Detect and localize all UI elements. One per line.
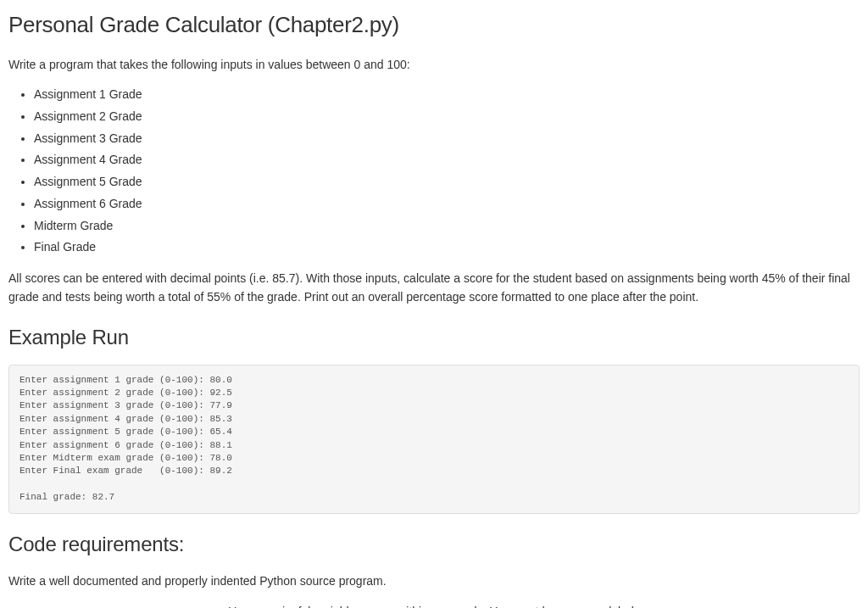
example-heading: Example Run: [8, 322, 860, 353]
list-item: Assignment 5 Grade: [34, 173, 860, 192]
list-item: Midterm Grade: [34, 217, 860, 236]
list-item: Assignment 2 Grade: [34, 108, 860, 126]
list-item: Assignment 6 Grade: [34, 195, 860, 214]
example-run-block: Enter assignment 1 grade (0-100): 80.0 E…: [8, 365, 860, 514]
description-text: All scores can be entered with decimal p…: [8, 269, 860, 307]
page-title: Personal Grade Calculator (Chapter2.py): [8, 8, 860, 42]
inputs-list: Assignment 1 Grade Assignment 2 Grade As…: [24, 86, 860, 257]
list-item: Assignment 3 Grade: [34, 130, 860, 148]
list-item: Final Grade: [34, 238, 860, 257]
requirement-1: Write a well documented and properly ind…: [8, 572, 860, 590]
list-item: Assignment 1 Grade: [34, 86, 860, 104]
code-requirements-heading: Code requirements:: [8, 529, 860, 560]
requirement-2-line1: Use meaningful variable names within you…: [8, 602, 860, 608]
intro-text: Write a program that takes the following…: [8, 55, 860, 74]
list-item: Assignment 4 Grade: [34, 151, 860, 170]
